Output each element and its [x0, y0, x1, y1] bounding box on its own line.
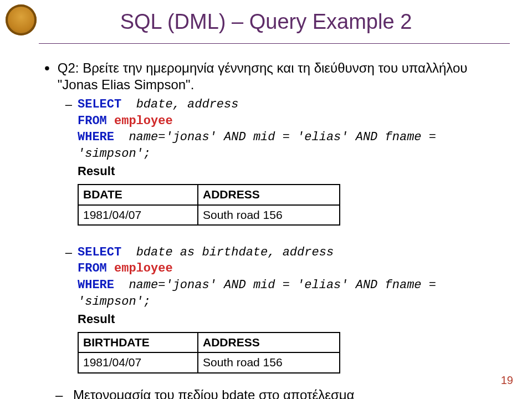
question-bullet: Q2: Βρείτε την ημερομηνία γέννησης και τ…: [44, 60, 499, 93]
note-row: – Μετονομασία του πεδίου bdate στο αποτέ…: [55, 387, 499, 400]
slide-body: Q2: Βρείτε την ημερομηνία γέννησης και τ…: [44, 60, 499, 399]
result1-label: Result: [78, 163, 499, 179]
result2-label: Result: [78, 311, 499, 327]
title-underline: [39, 43, 510, 44]
query2-line3: WHERE name='jonas' AND mid = 'elias' AND…: [78, 277, 499, 310]
page-number: 19: [501, 374, 513, 387]
note-text: Μετονομασία του πεδίου bdate στο αποτέλε…: [73, 387, 354, 400]
result2-table: BIRTHDATEADDRESS 1981/04/07South road 15…: [78, 332, 340, 374]
query2-line1: – SELECT bdate as birthdate, address: [44, 244, 499, 261]
question-text: Q2: Βρείτε την ημερομηνία γέννησης και τ…: [58, 60, 499, 93]
result1-table: BDATEADDRESS 1981/04/07South road 156: [78, 184, 340, 226]
query1-line2: FROM employee: [78, 113, 499, 130]
slide-title: SQL (DML) – Query Example 2: [0, 10, 532, 34]
query1-line3: WHERE name='jonas' AND mid = 'elias' AND…: [78, 129, 499, 162]
query1-line1: – SELECT bdate, address: [44, 96, 499, 113]
query2-line2: FROM employee: [78, 260, 499, 277]
